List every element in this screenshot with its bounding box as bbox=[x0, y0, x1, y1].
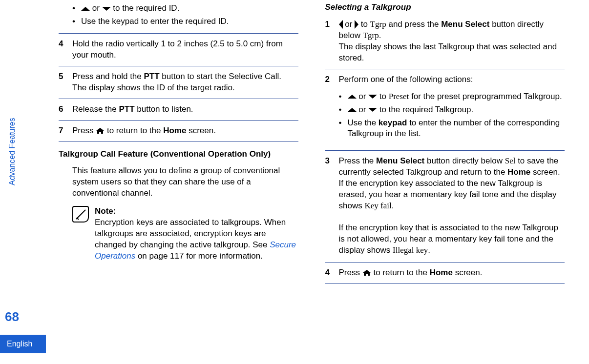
up-arrow-icon bbox=[348, 108, 357, 112]
step-text: Hold the radio vertically 1 to 2 inches … bbox=[72, 39, 298, 61]
text: or bbox=[357, 105, 369, 114]
step-3: 3 Press the Menu Select button directly … bbox=[325, 150, 565, 217]
list-item: Use the keypad to enter the number of th… bbox=[339, 117, 565, 141]
subsection-heading: Selecting a Talkgroup bbox=[325, 2, 565, 19]
down-arrow-icon bbox=[368, 95, 377, 99]
step-number: 1 bbox=[325, 19, 339, 64]
language-tab: English bbox=[0, 335, 46, 353]
list-item: or to the required ID. bbox=[72, 2, 298, 15]
step-text: Release the PTT button to listen. bbox=[72, 104, 298, 115]
text: and press the bbox=[386, 20, 441, 29]
text: If the encryption key that is associated… bbox=[339, 223, 559, 255]
note-body: Note: Encryption keys are associated to … bbox=[95, 206, 298, 262]
note-icon bbox=[72, 206, 89, 222]
text: to the required ID. bbox=[111, 3, 180, 13]
text: screen. bbox=[530, 167, 560, 177]
note-block: Note: Encryption keys are associated to … bbox=[59, 206, 298, 267]
bullet-text: or to the required Talkgroup. bbox=[348, 104, 474, 116]
text: Press bbox=[72, 126, 96, 135]
right-column: Selecting a Talkgroup 1 or to Tgrp and p… bbox=[325, 2, 570, 284]
note-label: Note: bbox=[95, 206, 298, 217]
step-text: Press and hold the PTT button to start t… bbox=[72, 71, 298, 94]
text-bold: Home bbox=[430, 268, 453, 277]
display-text: Preset bbox=[389, 92, 409, 101]
step-7: 7 Press to return to the Home screen. bbox=[59, 120, 298, 142]
side-section-label: Advanced Features bbox=[7, 118, 18, 185]
text: to the required Talkgroup. bbox=[377, 105, 473, 114]
page: or to the required ID. Use the keypad to… bbox=[0, 0, 589, 284]
step-number: 4 bbox=[59, 39, 72, 61]
text: screen. bbox=[453, 268, 482, 277]
bullet-text: Use the keypad to enter the number of th… bbox=[348, 118, 565, 140]
text-bold: PTT bbox=[144, 72, 159, 81]
text: The display shows the last Talkgroup tha… bbox=[339, 42, 557, 62]
text: button directly below bbox=[424, 156, 505, 165]
text: button to listen. bbox=[135, 104, 193, 114]
step-6: 6 Release the PTT button to listen. bbox=[59, 99, 298, 120]
text: Encryption keys are associated to talkgr… bbox=[95, 218, 286, 249]
text: Use the bbox=[348, 118, 379, 127]
up-arrow-icon bbox=[348, 95, 357, 99]
list-item: or to Preset for the preset preprogramme… bbox=[339, 90, 565, 103]
page-number: 68 bbox=[5, 308, 19, 325]
text: Press the bbox=[339, 156, 377, 165]
step-5: 5 Press and hold the PTT button to start… bbox=[59, 66, 298, 99]
up-arrow-icon bbox=[81, 7, 90, 11]
paragraph: This feature allows you to define a grou… bbox=[59, 165, 298, 206]
step-number: 3 bbox=[325, 156, 339, 212]
text: . bbox=[379, 31, 381, 40]
step-2: 2 Perform one of the following actions: … bbox=[325, 69, 565, 151]
text: . bbox=[392, 201, 394, 210]
left-column: or to the required ID. Use the keypad to… bbox=[29, 2, 298, 284]
text: Release the bbox=[72, 104, 119, 114]
bullet-text: or to Preset for the preset preprogramme… bbox=[348, 91, 562, 102]
text: Press bbox=[339, 268, 362, 277]
display-text: Tgrp bbox=[370, 20, 386, 29]
display-text: Tgrp bbox=[363, 31, 379, 40]
step-number: 2 bbox=[325, 74, 339, 85]
down-arrow-icon bbox=[368, 108, 377, 112]
paragraph: If the encryption key that is associated… bbox=[325, 217, 565, 262]
step-1: 1 or to Tgrp and press the Menu Select b… bbox=[325, 19, 565, 69]
display-text: Sel bbox=[505, 156, 516, 165]
display-text: Illegal key bbox=[393, 245, 428, 255]
text: screen. bbox=[186, 126, 215, 135]
step-number: 5 bbox=[59, 71, 72, 94]
step-number: 7 bbox=[59, 125, 72, 137]
text: to return to the bbox=[371, 268, 430, 277]
step-4-right: 4 Press to return to the Home screen. bbox=[325, 262, 565, 284]
bullet-text: Use the keypad to enter the required ID. bbox=[81, 16, 229, 27]
text: . bbox=[428, 245, 430, 255]
step-text: or to Tgrp and press the Menu Select but… bbox=[339, 19, 565, 64]
text: Press and hold the bbox=[72, 72, 144, 81]
text: or bbox=[343, 20, 355, 29]
left-arrow-icon bbox=[339, 20, 343, 29]
text-bold: Menu Select bbox=[376, 156, 424, 165]
step-4: 4 Hold the radio vertically 1 to 2 inche… bbox=[59, 33, 298, 66]
text: or bbox=[90, 3, 102, 13]
list-item: or to the required Talkgroup. bbox=[339, 103, 565, 117]
text-bold: Home bbox=[507, 167, 530, 177]
section-heading: Talkgroup Call Feature (Conventional Ope… bbox=[59, 142, 298, 166]
text-bold: PTT bbox=[119, 104, 134, 114]
bullet-text: or to the required ID. bbox=[81, 3, 179, 14]
text: to return to the bbox=[105, 126, 163, 135]
step-text: Press to return to the Home screen. bbox=[339, 267, 565, 279]
display-text: Key fail bbox=[364, 201, 391, 210]
step-text: Press to return to the Home screen. bbox=[72, 125, 298, 137]
text-bold: Menu Select bbox=[441, 20, 489, 29]
text-bold: Home bbox=[163, 126, 186, 135]
step-lead: Perform one of the following actions: bbox=[339, 74, 565, 85]
bullet-list: or to the required ID. Use the keypad to… bbox=[59, 2, 298, 33]
home-icon bbox=[362, 267, 371, 279]
text: for the preset preprogrammed Talkgroup. bbox=[409, 92, 562, 101]
text: The display shows the ID of the target r… bbox=[72, 83, 235, 92]
bullet-list: or to Preset for the preset preprogramme… bbox=[325, 85, 565, 146]
down-arrow-icon bbox=[102, 7, 111, 11]
step-text: Press the Menu Select button directly be… bbox=[339, 156, 565, 212]
step-number: 6 bbox=[59, 104, 72, 115]
text: to bbox=[377, 92, 389, 101]
list-item: Use the keypad to enter the required ID. bbox=[72, 15, 298, 28]
text: on page 117 for more information. bbox=[135, 251, 263, 261]
text-bold: keypad bbox=[379, 118, 407, 127]
